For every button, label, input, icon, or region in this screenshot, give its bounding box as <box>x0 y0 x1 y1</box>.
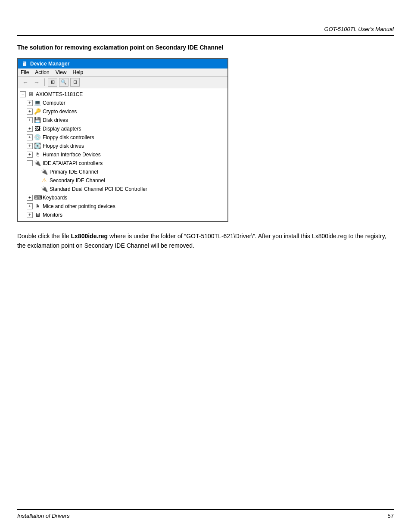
warning-icon: ⚠ <box>41 177 48 184</box>
display-icon: 🖼 <box>34 125 41 132</box>
tree-label-keyboards: Keyboards <box>43 194 67 202</box>
tree-label-secondary-ide: Secondary IDE Channel <box>50 177 105 184</box>
expander-ide[interactable]: − <box>27 160 33 166</box>
tree-row-ide[interactable]: − 🔌 IDE ATA/ATAPI controllers <box>18 159 227 168</box>
floppy-ctrl-icon: 💿 <box>34 134 41 141</box>
main-content: The solution for removing exclamation po… <box>17 36 394 250</box>
expander-computer[interactable]: + <box>27 100 33 106</box>
disk-icon: 💾 <box>34 117 41 124</box>
back-button[interactable]: ← <box>21 79 30 86</box>
tree-row-hid[interactable]: + 🖱 Human Interface Devices <box>18 150 227 159</box>
expander-monitors[interactable]: + <box>27 212 33 218</box>
expander-crypto[interactable]: + <box>27 109 33 115</box>
toolbar-btn-3[interactable]: ⊡ <box>70 78 80 87</box>
description-before-bold: Double click the file <box>17 233 71 240</box>
tree-label-disk: Disk drives <box>43 116 68 124</box>
tree-row-display[interactable]: + 🖼 Display adapters <box>18 124 227 133</box>
tree-label-floppy-drv: Floppy disk drives <box>43 142 84 150</box>
tree-row-root[interactable]: − 🖥 AXIOMTES-1181CE <box>18 90 227 99</box>
tree-row-std-ide[interactable]: 🔌 Standard Dual Channel PCI IDE Controll… <box>18 185 227 193</box>
computer-icon: 🖥 <box>27 91 34 98</box>
menu-help[interactable]: Help <box>73 69 84 75</box>
tree-row-monitors[interactable]: + 🖥 Monitors <box>18 211 227 219</box>
tree-row-floppy-ctrl[interactable]: + 💿 Floppy disk controllers <box>18 133 227 142</box>
menu-view[interactable]: View <box>56 69 67 75</box>
hid-icon: 🖱 <box>34 151 41 158</box>
toolbar-btn-1[interactable]: ⊞ <box>48 78 57 87</box>
titlebar-icon: 🖥 <box>22 60 28 67</box>
expander-keyboards[interactable]: + <box>27 195 33 201</box>
menu-file[interactable]: File <box>21 69 29 75</box>
tree-label-hid: Human Interface Devices <box>43 151 101 159</box>
section-title: The solution for removing exclamation po… <box>17 44 394 52</box>
footer-left: Installation of Drivers <box>17 513 69 519</box>
toolbar-btn-2[interactable]: 🔍 <box>59 78 68 87</box>
tree-label-root: AXIOMTES-1181CE <box>36 90 83 98</box>
tree-label-monitors: Monitors <box>43 211 62 219</box>
expander-hid[interactable]: + <box>27 152 33 158</box>
tree-label-ide: IDE ATA/ATAPI controllers <box>43 159 103 167</box>
ide-icon: 🔌 <box>34 160 41 167</box>
tree-label-floppy-ctrl: Floppy disk controllers <box>43 134 94 141</box>
expander-display[interactable]: + <box>27 126 33 132</box>
tree-row-secondary-ide[interactable]: ⚠ Secondary IDE Channel <box>18 176 227 185</box>
expander-mice[interactable]: + <box>27 203 33 209</box>
mice-icon: 🖱 <box>34 203 41 210</box>
menu-action[interactable]: Action <box>35 69 49 75</box>
titlebar: 🖥 Device Manager <box>18 59 227 68</box>
manual-title: GOT-5100TL User's Manual <box>17 26 394 35</box>
tree-row-disk[interactable]: + 💾 Disk drives <box>18 116 227 124</box>
tree-label-computer: Computer <box>43 99 65 107</box>
keyboard-icon: ⌨ <box>34 194 41 201</box>
device-tree: − 🖥 AXIOMTES-1181CE + 💻 Computer + 🔑 Cry… <box>18 88 227 221</box>
toolbar-separator <box>44 78 45 86</box>
header-section: GOT-5100TL User's Manual <box>17 0 394 36</box>
monitor-icon: 🖥 <box>34 212 41 218</box>
device-manager-window: 🖥 Device Manager File Action View Help ←… <box>17 58 228 222</box>
crypto-icon: 🔑 <box>34 108 41 115</box>
description-text: Double click the file Lx800ide.reg where… <box>17 231 394 251</box>
tree-label-mice: Mice and other pointing devices <box>43 202 115 210</box>
tree-row-mice[interactable]: + 🖱 Mice and other pointing devices <box>18 202 227 211</box>
std-ide-icon: 🔌 <box>41 186 48 193</box>
tree-label-display: Display adapters <box>43 125 81 133</box>
primary-ide-icon: 🔌 <box>41 168 48 175</box>
tree-row-floppy-drv[interactable]: + 💽 Floppy disk drives <box>18 142 227 150</box>
footer: Installation of Drivers 57 <box>17 509 394 519</box>
toolbar: ← → ⊞ 🔍 ⊡ <box>18 77 227 88</box>
expander-root[interactable]: − <box>20 91 26 97</box>
tree-row-computer[interactable]: + 💻 Computer <box>18 99 227 107</box>
menubar: File Action View Help <box>18 68 227 77</box>
footer-right: 57 <box>388 513 394 519</box>
titlebar-label: Device Manager <box>30 61 69 67</box>
expander-disk[interactable]: + <box>27 117 33 123</box>
computer-node-icon: 💻 <box>34 100 41 106</box>
tree-label-crypto: Crypto devices <box>43 108 77 115</box>
description-bold: Lx800ide.reg <box>71 233 108 240</box>
tree-row-crypto[interactable]: + 🔑 Crypto devices <box>18 107 227 116</box>
tree-row-primary-ide[interactable]: 🔌 Primary IDE Channel <box>18 168 227 176</box>
expander-floppy-drv[interactable]: + <box>27 143 33 149</box>
floppy-drv-icon: 💽 <box>34 143 41 149</box>
forward-button[interactable]: → <box>32 79 41 86</box>
expander-floppy-ctrl[interactable]: + <box>27 134 33 140</box>
tree-label-std-ide: Standard Dual Channel PCI IDE Controller <box>50 185 147 193</box>
tree-row-keyboards[interactable]: + ⌨ Keyboards <box>18 193 227 202</box>
tree-label-primary-ide: Primary IDE Channel <box>50 168 98 176</box>
